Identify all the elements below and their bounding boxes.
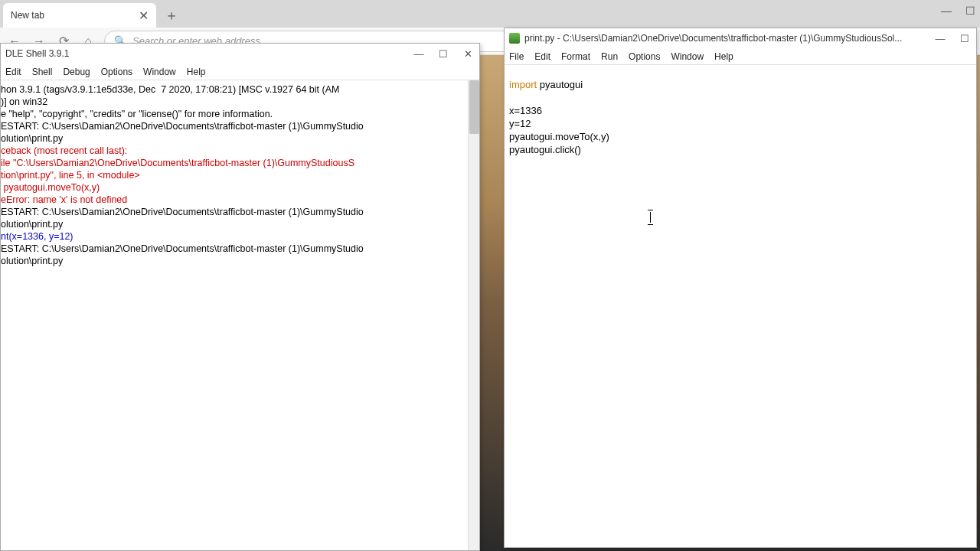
editor-title-bar[interactable]: print.py - C:\Users\Damian2\OneDrive\Doc…: [505, 28, 976, 48]
shell-title-bar[interactable]: DLE Shell 3.9.1 — ☐ ✕: [1, 44, 479, 64]
shell-line: hon 3.9.1 (tags/v3.9.1:1e5d33e, Dec 7 20…: [1, 83, 475, 96]
menu-format[interactable]: Format: [561, 51, 590, 62]
code-text: y=12: [509, 118, 531, 129]
code-text: x=1336: [509, 105, 542, 116]
close-icon[interactable]: ✕: [139, 8, 149, 23]
shell-output[interactable]: hon 3.9.1 (tags/v3.9.1:1e5d33e, Dec 7 20…: [1, 80, 479, 550]
minimize-button[interactable]: —: [941, 5, 952, 17]
shell-line: pyautogui.moveTo(x,y): [1, 181, 475, 194]
shell-line: ESTART: C:\Users\Damian2\OneDrive\Docume…: [1, 243, 475, 255]
shell-title: DLE Shell 3.9.1: [5, 48, 69, 59]
shell-window-controls: — ☐ ✕: [412, 48, 475, 60]
menu-help[interactable]: Help: [187, 67, 206, 77]
shell-line: ESTART: C:\Users\Damian2\OneDrive\Docume…: [1, 206, 475, 218]
menu-options[interactable]: Options: [629, 51, 660, 62]
text-caret: [650, 212, 651, 223]
menu-window[interactable]: Window: [143, 67, 176, 77]
maximize-button[interactable]: ☐: [965, 5, 975, 17]
menu-debug[interactable]: Debug: [63, 67, 90, 77]
editor-menu-bar: File Edit Format Run Options Window Help: [505, 48, 976, 65]
menu-edit[interactable]: Edit: [534, 51, 550, 62]
menu-file[interactable]: File: [509, 51, 524, 62]
editor-window-controls: — ☐: [933, 33, 972, 44]
menu-options[interactable]: Options: [101, 67, 132, 77]
menu-help[interactable]: Help: [714, 51, 733, 62]
menu-edit[interactable]: Edit: [5, 67, 21, 77]
menu-shell[interactable]: Shell: [32, 67, 53, 77]
browser-tab[interactable]: New tab ✕: [3, 3, 156, 28]
desktop-window-controls: — ☐: [941, 5, 975, 17]
idle-editor-window[interactable]: print.py - C:\Users\Damian2\OneDrive\Doc…: [504, 28, 977, 548]
minimize-button[interactable]: —: [412, 48, 426, 60]
shell-line: olution\print.py: [1, 132, 475, 145]
editor-text-area[interactable]: import pyautogui x=1336 y=12 pyautogui.m…: [505, 65, 976, 547]
code-text: pyautogui.moveTo(x,y): [509, 131, 609, 142]
shell-line: ESTART: C:\Users\Damian2\OneDrive\Docume…: [1, 120, 475, 132]
menu-window[interactable]: Window: [671, 51, 704, 62]
close-button[interactable]: ✕: [461, 48, 475, 60]
minimize-button[interactable]: —: [933, 33, 947, 44]
shell-line: e "help", "copyright", "credits" or "lic…: [1, 108, 475, 120]
tab-label: New tab: [11, 10, 44, 21]
shell-line: eError: name 'x' is not defined: [1, 194, 475, 206]
shell-line: nt(x=1336, y=12): [1, 230, 475, 243]
maximize-button[interactable]: ☐: [958, 33, 972, 44]
shell-line: olution\print.py: [1, 218, 475, 230]
shell-line: ile "C:\Users\Damian2\OneDrive\Documents…: [1, 157, 475, 169]
shell-line: tion\print.py", line 5, in <module>: [1, 169, 475, 181]
menu-run[interactable]: Run: [601, 51, 618, 62]
shell-line: olution\print.py: [1, 255, 475, 267]
shell-line: )] on win32: [1, 96, 475, 108]
code-keyword: import: [509, 79, 537, 90]
scrollbar-thumb[interactable]: [469, 80, 479, 134]
shell-line: ceback (most recent call last):: [1, 145, 475, 157]
code-text: pyautogui: [537, 79, 583, 90]
python-file-icon: [509, 33, 520, 44]
idle-shell-window[interactable]: DLE Shell 3.9.1 — ☐ ✕ Edit Shell Debug O…: [0, 43, 480, 551]
new-tab-button[interactable]: ＋: [161, 5, 182, 26]
editor-title: print.py - C:\Users\Damian2\OneDrive\Doc…: [524, 33, 902, 44]
code-text: pyautogui.click(): [509, 144, 581, 155]
scrollbar[interactable]: [468, 80, 479, 550]
maximize-button[interactable]: ☐: [436, 48, 450, 60]
shell-menu-bar: Edit Shell Debug Options Window Help: [1, 64, 479, 80]
tab-bar: New tab ✕ ＋: [0, 0, 980, 28]
